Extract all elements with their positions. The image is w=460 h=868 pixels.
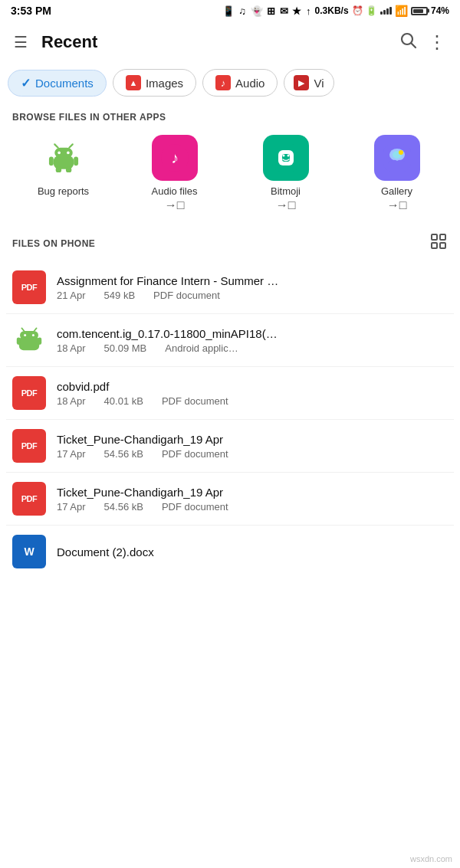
browse-item-gallery[interactable]: Gallery →□ — [341, 132, 452, 215]
svg-line-32 — [34, 328, 37, 331]
files-section-label: FILES ON PHONE — [12, 238, 95, 249]
bitmoji-open-icon: →□ — [276, 198, 296, 212]
svg-rect-11 — [65, 167, 71, 172]
search-button[interactable] — [391, 28, 425, 57]
svg-rect-24 — [440, 234, 445, 240]
file-size: 549 kB — [104, 290, 135, 301]
tab-documents[interactable]: ✓ Documents — [8, 70, 107, 97]
tab-images[interactable]: ▲ Images — [113, 69, 196, 97]
status-right: 📱 ♫ 👻 ⊞ ✉ ★ ↑ 0.3KB/s ⏰ 🔋 📶 74% — [222, 5, 449, 17]
browse-section-header: BROWSE FILES IN OTHER APPS — [0, 103, 460, 129]
bug-reports-label: Bug reports — [38, 185, 89, 197]
bitmoji-icon — [263, 135, 309, 181]
file-item[interactable]: PDF Ticket_Pune-Chandigarh_19 Apr 17 Apr… — [6, 473, 454, 526]
file-item[interactable]: com.tencent.ig_0.17.0-11800_minAPI18(… 1… — [6, 314, 454, 367]
status-icons-left: 📱 ♫ 👻 ⊞ ✉ ★ ↑ — [222, 5, 312, 17]
hamburger-menu-button[interactable]: ☰ — [11, 30, 31, 54]
svg-point-30 — [32, 334, 34, 336]
bug-reports-icon — [41, 135, 87, 181]
svg-line-7 — [69, 144, 72, 147]
battery-icon — [411, 7, 428, 15]
svg-line-6 — [54, 144, 58, 147]
svg-rect-34 — [38, 337, 41, 345]
audio-files-label: Audio files — [152, 185, 198, 197]
tabs-row: ✓ Documents ▲ Images ♪ Audio ▶ Vi — [0, 63, 460, 103]
svg-rect-10 — [55, 167, 61, 172]
file-date: 18 Apr — [57, 395, 86, 407]
tab-video[interactable]: ▶ Vi — [284, 69, 334, 97]
svg-point-5 — [67, 152, 70, 155]
audio-files-icon: ♪ — [152, 135, 198, 181]
file-info: cobvid.pdf 18 Apr 40.01 kB PDF document — [57, 380, 448, 407]
svg-point-22 — [399, 150, 403, 155]
grid-view-toggle[interactable] — [429, 232, 448, 255]
file-info: Ticket_Pune-Chandigarh_19 Apr 17 Apr 54.… — [57, 486, 448, 513]
file-name: Document (2).docx — [57, 545, 386, 558]
docx-icon: W — [12, 535, 46, 568]
images-icon: ▲ — [126, 75, 141, 90]
file-date: 18 Apr — [57, 342, 86, 354]
pdf-icon: PDF — [12, 482, 46, 516]
more-options-button[interactable]: ⋮ — [425, 28, 449, 56]
file-type: PDF document — [162, 501, 228, 513]
svg-point-4 — [58, 152, 61, 155]
file-name: com.tencent.ig_0.17.0-11800_minAPI18(… — [57, 327, 386, 340]
file-meta: 17 Apr 54.56 kB PDF document — [57, 448, 448, 460]
browse-item-audio-files[interactable]: ♪ Audio files →□ — [119, 132, 230, 215]
file-meta: 17 Apr 54.56 kB PDF document — [57, 501, 448, 513]
file-item[interactable]: W Document (2).docx — [6, 526, 454, 578]
file-size: 40.01 kB — [104, 395, 143, 407]
gallery-open-icon: →□ — [387, 198, 407, 212]
status-time: 3:53 PM — [11, 5, 51, 17]
status-speed: 0.3KB/s — [315, 5, 349, 16]
svg-rect-28 — [20, 331, 38, 339]
pdf-icon: PDF — [12, 429, 46, 463]
audio-icon: ♪ — [215, 75, 231, 90]
page-title: Recent — [41, 32, 391, 52]
file-type: PDF document — [162, 448, 228, 460]
bitmoji-label: Bitmoji — [271, 185, 301, 197]
file-date: 17 Apr — [57, 501, 86, 513]
file-type: PDF document — [162, 395, 228, 407]
watermark: wsxdn.com — [410, 854, 452, 863]
file-name: Ticket_Pune-Chandigarh_19 Apr — [57, 486, 386, 499]
file-meta: 18 Apr 40.01 kB PDF document — [57, 395, 448, 407]
file-info: com.tencent.ig_0.17.0-11800_minAPI18(… 1… — [57, 327, 448, 354]
svg-rect-26 — [440, 243, 445, 248]
file-info: Assignment for Finance Intern - Summer …… — [57, 274, 448, 301]
svg-rect-3 — [54, 148, 72, 158]
svg-text:♪: ♪ — [171, 149, 179, 166]
svg-rect-9 — [74, 157, 78, 166]
video-icon: ▶ — [294, 75, 309, 90]
gallery-label: Gallery — [381, 185, 412, 197]
file-meta: 18 Apr 50.09 MB Android applic… — [57, 342, 448, 354]
file-date: 21 Apr — [57, 290, 86, 301]
svg-line-31 — [21, 328, 24, 331]
file-meta: 21 Apr 549 kB PDF document — [57, 290, 448, 301]
browse-item-bitmoji[interactable]: Bitmoji →□ — [230, 132, 341, 215]
status-battery-pct: 74% — [431, 5, 449, 16]
svg-point-29 — [24, 334, 26, 336]
file-name: cobvid.pdf — [57, 380, 386, 393]
tab-video-label: Vi — [314, 77, 324, 90]
documents-check-icon: ✓ — [21, 76, 31, 90]
file-info: Document (2).docx — [57, 545, 448, 558]
status-bar: 3:53 PM 📱 ♫ 👻 ⊞ ✉ ★ ↑ 0.3KB/s ⏰ 🔋 📶 74% — [0, 0, 460, 21]
svg-rect-8 — [48, 157, 53, 166]
browse-item-bug-reports[interactable]: Bug reports — [8, 132, 119, 215]
gallery-icon — [374, 135, 420, 181]
tab-audio-label: Audio — [235, 77, 264, 90]
file-type: PDF document — [153, 290, 220, 301]
file-name: Ticket_Pune-Chandigarh_19 Apr — [57, 433, 386, 446]
file-item[interactable]: PDF cobvid.pdf 18 Apr 40.01 kB PDF docum… — [6, 367, 454, 420]
file-item[interactable]: PDF Assignment for Finance Intern - Summ… — [6, 261, 454, 314]
file-type: Android applic… — [165, 342, 238, 354]
status-signal — [380, 5, 392, 17]
svg-rect-33 — [17, 337, 21, 345]
apk-icon — [12, 323, 46, 357]
tab-images-label: Images — [146, 77, 183, 90]
file-item[interactable]: PDF Ticket_Pune-Chandigarh_19 Apr 17 Apr… — [6, 420, 454, 473]
app-header: ☰ Recent ⋮ — [0, 21, 460, 63]
status-misc-icons: ⏰ 🔋 — [352, 5, 377, 16]
tab-audio[interactable]: ♪ Audio — [202, 69, 278, 97]
